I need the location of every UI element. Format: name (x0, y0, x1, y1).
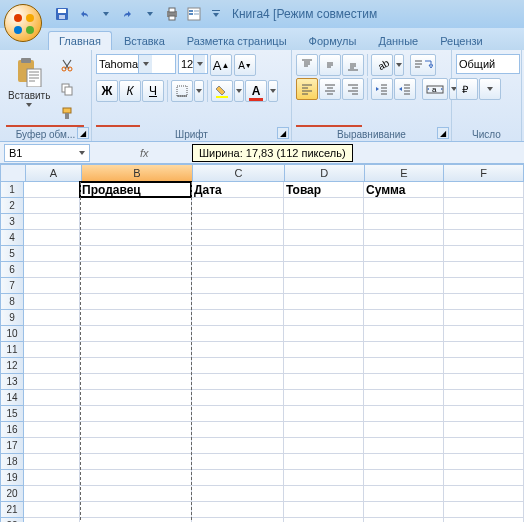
cell[interactable] (284, 470, 364, 486)
cell[interactable] (192, 246, 284, 262)
font-color-dropdown[interactable] (268, 80, 278, 102)
orientation-button[interactable]: ab (371, 54, 393, 76)
wrap-text-button[interactable] (410, 54, 436, 76)
cell[interactable] (80, 198, 192, 214)
cell[interactable] (284, 438, 364, 454)
cell[interactable] (444, 198, 524, 214)
cell[interactable] (444, 278, 524, 294)
row-header[interactable]: 19 (0, 470, 24, 486)
cell[interactable] (24, 502, 80, 518)
tab-главная[interactable]: Главная (48, 31, 112, 50)
cell[interactable] (284, 454, 364, 470)
cell[interactable] (364, 502, 444, 518)
cell[interactable] (80, 262, 192, 278)
row-header[interactable]: 17 (0, 438, 24, 454)
cell[interactable] (284, 262, 364, 278)
cell[interactable] (24, 454, 80, 470)
row-header[interactable]: 1 (0, 182, 24, 198)
cell[interactable] (444, 182, 524, 198)
cell[interactable] (192, 310, 284, 326)
cell[interactable] (284, 518, 364, 522)
cell[interactable] (444, 214, 524, 230)
cell[interactable] (80, 246, 192, 262)
cell[interactable] (284, 358, 364, 374)
cell[interactable] (364, 454, 444, 470)
cell[interactable] (444, 470, 524, 486)
row-header[interactable]: 6 (0, 262, 24, 278)
cell[interactable] (364, 214, 444, 230)
column-header[interactable]: B (82, 164, 194, 182)
cell[interactable] (192, 326, 284, 342)
cell[interactable]: Сумма (364, 182, 444, 198)
increase-indent-button[interactable] (394, 78, 416, 100)
cell[interactable] (364, 406, 444, 422)
merge-center-button[interactable]: a (422, 78, 448, 100)
row-header[interactable]: 12 (0, 358, 24, 374)
cell[interactable] (444, 422, 524, 438)
borders-button[interactable] (171, 80, 193, 102)
cell[interactable] (444, 406, 524, 422)
cell[interactable] (444, 262, 524, 278)
cell[interactable] (80, 278, 192, 294)
cell[interactable] (284, 342, 364, 358)
cell[interactable] (284, 214, 364, 230)
cell[interactable] (24, 182, 80, 198)
cell[interactable] (80, 454, 192, 470)
cell[interactable] (192, 214, 284, 230)
tab-вставка[interactable]: Вставка (114, 32, 175, 50)
cell[interactable] (24, 246, 80, 262)
cell[interactable]: Товар (284, 182, 364, 198)
cell[interactable] (24, 422, 80, 438)
cell[interactable] (192, 502, 284, 518)
dropdown-icon[interactable] (138, 55, 152, 73)
dropdown-icon[interactable] (26, 103, 32, 107)
align-middle-button[interactable] (319, 54, 341, 76)
cell[interactable] (192, 406, 284, 422)
cell[interactable] (192, 470, 284, 486)
cell[interactable] (284, 198, 364, 214)
row-header[interactable]: 13 (0, 374, 24, 390)
cell[interactable] (24, 326, 80, 342)
cell[interactable] (192, 454, 284, 470)
cell[interactable] (444, 326, 524, 342)
grow-font-button[interactable]: A▲ (210, 54, 232, 76)
currency-button[interactable]: ₽ (456, 78, 478, 100)
cell[interactable] (24, 486, 80, 502)
fill-color-button[interactable] (211, 80, 233, 102)
row-header[interactable]: 18 (0, 454, 24, 470)
borders-dropdown[interactable] (194, 80, 204, 102)
cell[interactable] (192, 374, 284, 390)
cell[interactable] (284, 406, 364, 422)
row-header[interactable]: 21 (0, 502, 24, 518)
cell[interactable] (80, 406, 192, 422)
form-icon[interactable] (184, 4, 204, 24)
cell[interactable] (364, 198, 444, 214)
office-button[interactable] (4, 4, 42, 42)
cell[interactable] (364, 518, 444, 522)
cell[interactable] (444, 342, 524, 358)
cell[interactable] (284, 502, 364, 518)
font-color-button[interactable]: A (245, 80, 267, 102)
cell[interactable] (284, 294, 364, 310)
cell[interactable] (364, 310, 444, 326)
cell[interactable] (80, 374, 192, 390)
cell[interactable] (444, 438, 524, 454)
column-header[interactable]: C (193, 164, 285, 182)
qat-dropdown-icon[interactable] (96, 4, 116, 24)
row-header[interactable]: 5 (0, 246, 24, 262)
cell[interactable] (364, 374, 444, 390)
undo-icon[interactable] (74, 4, 94, 24)
cell[interactable] (364, 438, 444, 454)
cell[interactable] (24, 198, 80, 214)
cell[interactable] (364, 422, 444, 438)
bold-button[interactable]: Ж (96, 80, 118, 102)
cell[interactable] (80, 358, 192, 374)
cell[interactable] (364, 262, 444, 278)
tab-разметка страницы[interactable]: Разметка страницы (177, 32, 297, 50)
row-header[interactable]: 10 (0, 326, 24, 342)
tab-формулы[interactable]: Формулы (299, 32, 367, 50)
qat-dropdown-icon[interactable] (140, 4, 160, 24)
align-center-button[interactable] (319, 78, 341, 100)
cell[interactable] (284, 374, 364, 390)
cell[interactable] (24, 358, 80, 374)
